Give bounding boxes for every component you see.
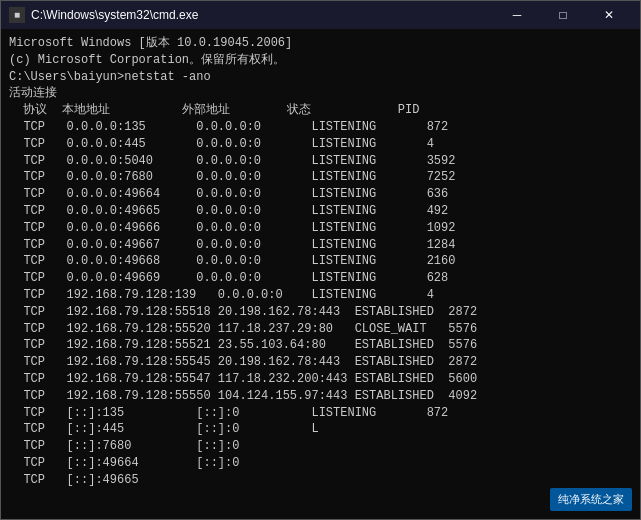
terminal-line: TCP [::]:135 [::]:0 LISTENING 872	[9, 405, 632, 422]
window-controls: ─ □ ✕	[494, 1, 632, 29]
terminal-line: TCP 192.168.79.128:55550 104.124.155.97:…	[9, 388, 632, 405]
terminal-line: TCP [::]:49665	[9, 472, 632, 489]
window-icon: ■	[9, 7, 25, 23]
terminal-line: (c) Microsoft Corporation。保留所有权利。	[9, 52, 632, 69]
terminal-output: Microsoft Windows [版本 10.0.19045.2006](c…	[9, 35, 632, 489]
minimize-button[interactable]: ─	[494, 1, 540, 29]
terminal-line: TCP 0.0.0.0:445 0.0.0.0:0 LISTENING 4	[9, 136, 632, 153]
window-icon-glyph: ■	[14, 10, 20, 21]
terminal-area[interactable]: Microsoft Windows [版本 10.0.19045.2006](c…	[1, 29, 640, 519]
maximize-button[interactable]: □	[540, 1, 586, 29]
terminal-line: TCP [::]:445 [::]:0 L	[9, 421, 632, 438]
terminal-line: 活动连接	[9, 85, 632, 102]
cmd-window: ■ C:\Windows\system32\cmd.exe ─ □ ✕ Micr…	[0, 0, 641, 520]
terminal-line: TCP [::]:49664 [::]:0	[9, 455, 632, 472]
terminal-line: TCP 0.0.0.0:5040 0.0.0.0:0 LISTENING 359…	[9, 153, 632, 170]
window-title: C:\Windows\system32\cmd.exe	[31, 8, 494, 22]
terminal-line: TCP 0.0.0.0:49666 0.0.0.0:0 LISTENING 10…	[9, 220, 632, 237]
terminal-line: C:\Users\baiyun>netstat -ano	[9, 69, 632, 86]
terminal-line: TCP 0.0.0.0:49669 0.0.0.0:0 LISTENING 62…	[9, 270, 632, 287]
terminal-line: TCP 192.168.79.128:55520 117.18.237.29:8…	[9, 321, 632, 338]
terminal-line: TCP 0.0.0.0:135 0.0.0.0:0 LISTENING 872	[9, 119, 632, 136]
terminal-line: 协议 本地地址 外部地址 状态 PID	[9, 102, 632, 119]
terminal-line: TCP [::]:7680 [::]:0	[9, 438, 632, 455]
terminal-line: TCP 0.0.0.0:49664 0.0.0.0:0 LISTENING 63…	[9, 186, 632, 203]
terminal-line: TCP 192.168.79.128:55547 117.18.232.200:…	[9, 371, 632, 388]
close-button[interactable]: ✕	[586, 1, 632, 29]
watermark: 纯净系统之家	[550, 488, 632, 511]
terminal-line: TCP 0.0.0.0:49667 0.0.0.0:0 LISTENING 12…	[9, 237, 632, 254]
terminal-line: TCP 192.168.79.128:55545 20.198.162.78:4…	[9, 354, 632, 371]
terminal-line: TCP 192.168.79.128:55518 20.198.162.78:4…	[9, 304, 632, 321]
terminal-line: Microsoft Windows [版本 10.0.19045.2006]	[9, 35, 632, 52]
title-bar: ■ C:\Windows\system32\cmd.exe ─ □ ✕	[1, 1, 640, 29]
terminal-line: TCP 0.0.0.0:7680 0.0.0.0:0 LISTENING 725…	[9, 169, 632, 186]
terminal-line: TCP 192.168.79.128:55521 23.55.103.64:80…	[9, 337, 632, 354]
terminal-line: TCP 0.0.0.0:49665 0.0.0.0:0 LISTENING 49…	[9, 203, 632, 220]
terminal-line: TCP 192.168.79.128:139 0.0.0.0:0 LISTENI…	[9, 287, 632, 304]
terminal-line: TCP 0.0.0.0:49668 0.0.0.0:0 LISTENING 21…	[9, 253, 632, 270]
